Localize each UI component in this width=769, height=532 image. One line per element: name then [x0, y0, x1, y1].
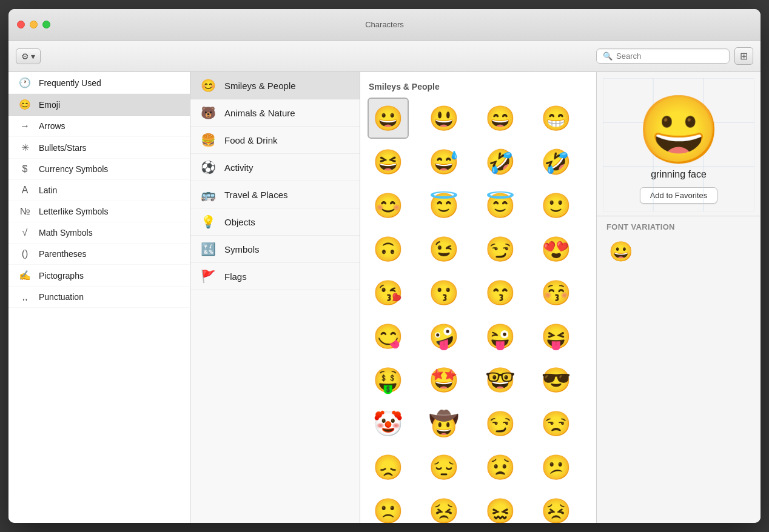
middle-item-travel-places[interactable]: 🚌 Travel & Places: [190, 181, 360, 208]
gear-menu-button[interactable]: ⚙ ▾: [16, 48, 41, 64]
emoji-cell[interactable]: 😕: [536, 447, 577, 488]
emoji-cell[interactable]: 😙: [480, 272, 521, 313]
sidebar-item-bullets-stars[interactable]: ✳ Bullets/Stars: [8, 137, 190, 159]
characters-window: Characters ⚙ ▾ 🔍 ⊞ 🕐 Frequently Used 😊 E…: [8, 9, 761, 523]
middle-icon-activity: ⚽: [200, 160, 216, 175]
detail-preview: 😀 grinning face Add to Favorites: [597, 72, 761, 216]
middle-label-smileys-people: Smileys & People: [224, 81, 296, 91]
emoji-cell[interactable]: 😃: [423, 98, 465, 139]
emoji-cell[interactable]: 😇: [423, 185, 465, 226]
emoji-cell[interactable]: 😊: [368, 185, 409, 226]
sidebar-item-currency-symbols[interactable]: $ Currency Symbols: [8, 159, 190, 180]
sidebar-item-pictographs[interactable]: ✍ Pictographs: [8, 265, 190, 287]
emoji-panel: Smileys & People 😀😃😄😁😆😅🤣🤣😊😇😇🙂🙃😉😏😍😘😗😙😚😋🤪😜…: [360, 72, 597, 523]
main-content: 🕐 Frequently Used 😊 Emoji → Arrows ✳ Bul…: [8, 72, 761, 523]
sidebar-icon-emoji: 😊: [18, 99, 32, 110]
sidebar-icon-arrows: →: [18, 121, 32, 131]
emoji-cell[interactable]: 🤩: [423, 359, 465, 401]
middle-item-symbols[interactable]: 🔣 Symbols: [190, 236, 360, 263]
emoji-cell[interactable]: 🤣: [480, 141, 521, 182]
middle-label-flags: Flags: [224, 271, 247, 282]
sidebar-icon-pictographs: ✍: [18, 270, 32, 281]
font-variation-emoji[interactable]: 😀: [606, 238, 636, 265]
sidebar-label-arrows: Arrows: [39, 121, 65, 131]
sidebar-item-parentheses[interactable]: () Parentheses: [8, 244, 190, 265]
middle-item-objects[interactable]: 💡 Objects: [190, 208, 360, 236]
search-input[interactable]: [616, 52, 723, 61]
emoji-cell[interactable]: 😝: [536, 316, 577, 357]
detail-emoji-name: grinning face: [651, 169, 707, 180]
gear-icon: ⚙: [21, 52, 29, 61]
maximize-button[interactable]: [42, 21, 50, 28]
middle-icon-animals-nature: 🐻: [200, 105, 216, 120]
middle-item-animals-nature[interactable]: 🐻 Animals & Nature: [190, 99, 360, 127]
emoji-cell[interactable]: 🙃: [368, 228, 409, 270]
sidebar-item-arrows[interactable]: → Arrows: [8, 116, 190, 137]
middle-item-activity[interactable]: ⚽ Activity: [190, 154, 360, 181]
titlebar: Characters: [8, 9, 761, 41]
emoji-cell[interactable]: 😣: [423, 490, 465, 523]
middle-icon-smileys-people: 😊: [200, 78, 216, 93]
emoji-cell[interactable]: 🙂: [536, 185, 577, 226]
add-to-favorites-button[interactable]: Add to Favorites: [640, 187, 718, 204]
emoji-cell[interactable]: 🤓: [480, 359, 521, 401]
sidebar-item-letterlike-symbols[interactable]: № Letterlike Symbols: [8, 201, 190, 222]
sidebar-item-math-symbols[interactable]: √ Math Symbols: [8, 222, 190, 244]
emoji-cell[interactable]: 😅: [423, 141, 465, 182]
middle-icon-travel-places: 🚌: [200, 187, 216, 202]
sidebar-item-punctuation[interactable]: ,, Punctuation: [8, 287, 190, 308]
emoji-cell[interactable]: 😁: [536, 98, 577, 139]
sidebar-icon-parentheses: (): [18, 248, 32, 259]
emoji-cell[interactable]: 😣: [536, 490, 577, 523]
emoji-cell[interactable]: 😋: [368, 316, 409, 357]
grid-view-button[interactable]: ⊞: [734, 47, 753, 65]
sidebar-label-pictographs: Pictographs: [39, 271, 84, 281]
sidebar-label-parentheses: Parentheses: [39, 249, 87, 259]
emoji-cell[interactable]: 😟: [480, 447, 521, 488]
emoji-cell[interactable]: 😆: [368, 141, 409, 182]
sidebar-label-latin: Latin: [39, 185, 57, 195]
middle-label-activity: Activity: [224, 162, 254, 173]
middle-icon-food-drink: 🍔: [200, 133, 216, 147]
emoji-cell[interactable]: 😄: [480, 98, 521, 139]
emoji-cell[interactable]: 🤠: [423, 403, 465, 444]
toolbar: ⚙ ▾ 🔍 ⊞: [8, 41, 761, 72]
emoji-cell[interactable]: 😚: [536, 272, 577, 313]
close-button[interactable]: [17, 21, 25, 28]
emoji-cell[interactable]: 😀: [368, 98, 409, 139]
emoji-cell[interactable]: 😉: [423, 228, 465, 270]
middle-icon-flags: 🚩: [200, 269, 216, 284]
sidebar-icon-latin: A: [18, 185, 32, 196]
sidebar-item-latin[interactable]: A Latin: [8, 180, 190, 201]
emoji-cell[interactable]: 😍: [536, 228, 577, 270]
sidebar-icon-bullets-stars: ✳: [18, 142, 32, 153]
emoji-cell[interactable]: 😘: [368, 272, 409, 313]
emoji-cell[interactable]: 😏: [480, 403, 521, 444]
emoji-cell[interactable]: 🤡: [368, 403, 409, 444]
emoji-cell[interactable]: 😇: [480, 185, 521, 226]
middle-item-smileys-people[interactable]: 😊 Smileys & People: [190, 72, 360, 99]
emoji-cell[interactable]: 😞: [368, 447, 409, 488]
emoji-cell[interactable]: 🤪: [423, 316, 465, 357]
minimize-button[interactable]: [30, 21, 38, 28]
grid-icon: ⊞: [740, 51, 748, 61]
emoji-cell[interactable]: 🤣: [536, 141, 577, 182]
emoji-cell[interactable]: 🙁: [368, 490, 409, 523]
emoji-grid: 😀😃😄😁😆😅🤣🤣😊😇😇🙂🙃😉😏😍😘😗😙😚😋🤪😜😝🤑🤩🤓😎🤡🤠😏😒😞😔😟😕🙁😣😖😣…: [368, 98, 589, 523]
emoji-cell[interactable]: 😔: [423, 447, 465, 488]
emoji-cell[interactable]: 😏: [480, 228, 521, 270]
sidebar-item-frequently-used[interactable]: 🕐 Frequently Used: [8, 72, 190, 94]
sidebar-item-emoji[interactable]: 😊 Emoji: [8, 94, 190, 116]
emoji-cell[interactable]: 😒: [536, 403, 577, 444]
sidebar-label-math-symbols: Math Symbols: [39, 228, 93, 238]
emoji-cell[interactable]: 😖: [480, 490, 521, 523]
chevron-down-icon: ▾: [31, 52, 35, 61]
emoji-cell[interactable]: 😜: [480, 316, 521, 357]
middle-item-food-drink[interactable]: 🍔 Food & Drink: [190, 127, 360, 154]
middle-item-flags[interactable]: 🚩 Flags: [190, 263, 360, 290]
emoji-cell[interactable]: 😗: [423, 272, 465, 313]
emoji-section-title: Smileys & People: [368, 79, 589, 98]
left-sidebar: 🕐 Frequently Used 😊 Emoji → Arrows ✳ Bul…: [8, 72, 190, 523]
emoji-cell[interactable]: 😎: [536, 359, 577, 401]
emoji-cell[interactable]: 🤑: [368, 359, 409, 401]
